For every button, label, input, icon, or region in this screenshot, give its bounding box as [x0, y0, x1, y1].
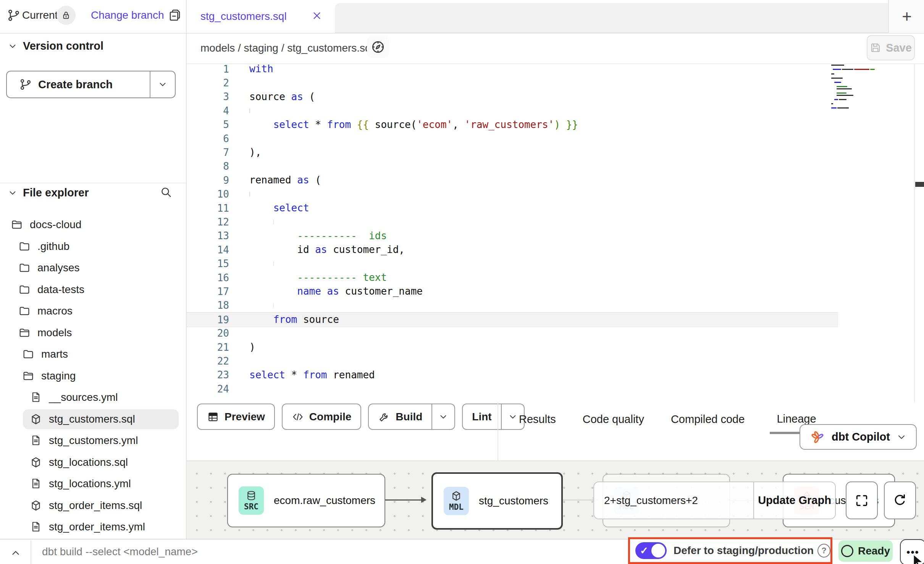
tree-item-label: stg_locations.sql	[49, 456, 128, 468]
create-branch-main[interactable]: Create branch	[7, 71, 150, 97]
copy-icon[interactable]	[168, 8, 182, 22]
tree-item--sources-yml[interactable]: __sources.yml	[0, 387, 186, 408]
code-line-9[interactable]: 9renamed as (	[187, 173, 838, 187]
code-line-14[interactable]: 14 id as customer_id,	[187, 243, 838, 257]
code-line-22[interactable]: 22	[187, 354, 838, 368]
tree-item-stg-customers-yml[interactable]: stg_customers.yml	[0, 430, 186, 451]
copilot-compass-icon[interactable]	[367, 36, 389, 58]
code-line-23[interactable]: 23select * from renamed	[187, 368, 838, 382]
code-line-7[interactable]: 7),	[187, 145, 838, 159]
tree-item-label: __sources.yml	[49, 391, 118, 404]
line-number: 19	[187, 314, 229, 326]
compile-button[interactable]: Compile	[282, 404, 361, 430]
tree-item-stg-customers-sql[interactable]: stg_customers.sql	[0, 408, 186, 430]
toggle-knob	[651, 544, 665, 558]
lock-icon	[61, 10, 71, 21]
code-line-17[interactable]: 17 name as customer_name	[187, 284, 838, 298]
tree-item-analyses[interactable]: analyses	[0, 257, 186, 279]
tree-item--github[interactable]: .github	[0, 236, 186, 257]
line-number: 6	[187, 133, 229, 144]
tree-item-label: docs-cloud	[30, 219, 81, 231]
create-branch-button[interactable]: Create branch	[6, 71, 176, 98]
lineage-node-source[interactable]: SRC ecom.raw_customers	[227, 474, 385, 527]
chevron-up-icon[interactable]	[10, 547, 21, 559]
refresh-icon[interactable]	[884, 481, 916, 519]
tab-compiled-code[interactable]: Compiled code	[669, 405, 746, 434]
build-button[interactable]: Build	[368, 404, 455, 430]
dbt-copilot-button[interactable]: dbt Copilot	[800, 424, 917, 450]
change-branch-link[interactable]: Change branch	[91, 9, 164, 21]
code-line-4[interactable]: 4	[187, 104, 838, 118]
code-line-21[interactable]: 21)	[187, 340, 838, 354]
file-explorer-title: File explorer	[23, 186, 89, 199]
code-line-13[interactable]: 13 ---------- ids	[187, 229, 838, 243]
defer-toggle[interactable]: ✓	[635, 542, 667, 559]
tree-item-label: stg_customers.sql	[49, 413, 135, 425]
indent-guide	[273, 261, 274, 266]
code-line-1[interactable]: 1with	[187, 64, 838, 76]
tree-item-label: data-tests	[37, 284, 84, 296]
tree-item-data-tests[interactable]: data-tests	[0, 279, 186, 300]
lint-button[interactable]: Lint	[462, 404, 524, 430]
tab-code-quality[interactable]: Code quality	[581, 405, 646, 434]
tree-item-macros[interactable]: macros	[0, 300, 186, 322]
code-line-8[interactable]: 8	[187, 159, 838, 173]
lineage-node-stg-customers[interactable]: MDL stg_customers	[431, 472, 563, 530]
tree-item-stg-order-items-yml[interactable]: stg_order_items.yml	[0, 516, 186, 538]
tree-item-stg-locations-sql[interactable]: stg_locations.sql	[0, 452, 186, 473]
line-content: id as customer_id,	[249, 243, 405, 257]
code-line-18[interactable]: 18	[187, 298, 838, 313]
tree-item-stg-locations-yml[interactable]: stg_locations.yml	[0, 473, 186, 494]
file-explorer-header[interactable]: File explorer	[8, 186, 179, 199]
line-number: 2	[187, 77, 229, 89]
line-number: 8	[187, 160, 229, 172]
lineage-selector-input[interactable]: 2+stg_customers+2	[594, 482, 753, 519]
tree-item-stg-order-items-sql[interactable]: stg_order_items.sql	[0, 495, 186, 516]
wrench-icon	[378, 411, 390, 423]
version-control-header[interactable]: Version control	[8, 40, 103, 52]
code-line-12[interactable]: 12	[187, 215, 838, 229]
line-number: 13	[187, 230, 229, 241]
tree-item-marts[interactable]: marts	[0, 344, 186, 365]
tree-item-label: analyses	[37, 262, 80, 274]
command-input[interactable]: dbt build --select <model_name>	[42, 546, 198, 558]
line-content: renamed as (	[249, 173, 321, 187]
tree-item-models[interactable]: models	[0, 322, 186, 344]
lineage-canvas[interactable]: SRC ecom.raw_customers MDL stg_customers…	[187, 460, 924, 539]
preview-button[interactable]: Preview	[197, 404, 275, 430]
build-dropdown[interactable]	[431, 404, 454, 429]
line-number: 10	[187, 188, 229, 200]
help-icon[interactable]: ?	[817, 544, 830, 558]
model-cube-icon	[30, 413, 42, 425]
editor-scrollbar-thumb[interactable]	[915, 182, 924, 187]
tree-item-label: models	[37, 327, 72, 339]
code-line-20[interactable]: 20	[187, 326, 838, 340]
create-branch-dropdown[interactable]	[150, 71, 175, 97]
tree-item-docs-cloud[interactable]: docs-cloud	[0, 214, 186, 235]
tree-item-staging[interactable]: staging	[0, 365, 186, 387]
update-graph-button[interactable]: Update Graph	[753, 482, 835, 519]
code-line-11[interactable]: 11 select	[187, 201, 838, 215]
code-line-24[interactable]: 24	[187, 382, 838, 396]
code-line-15[interactable]: 15	[187, 257, 838, 271]
close-icon[interactable]	[311, 10, 323, 21]
save-button[interactable]: Save	[867, 35, 915, 60]
branch-icon	[19, 78, 32, 91]
code-editor[interactable]: 1with23source as (45 select * from {{ so…	[187, 64, 924, 402]
search-icon[interactable]	[160, 186, 173, 199]
tab-stg-customers-sql[interactable]: stg_customers.sql	[187, 0, 335, 33]
fullscreen-icon	[855, 493, 869, 508]
line-content: with	[249, 64, 273, 76]
fullscreen-button[interactable]	[846, 481, 878, 519]
code-line-5[interactable]: 5 select * from {{ source('ecom', 'raw_c…	[187, 118, 838, 132]
tab-results[interactable]: Results	[517, 405, 557, 434]
code-line-6[interactable]: 6	[187, 131, 838, 146]
code-line-19[interactable]: 19 from source	[187, 312, 838, 327]
code-line-16[interactable]: 16 ---------- text	[187, 271, 838, 285]
line-number: 23	[187, 369, 229, 381]
new-tab-button[interactable]: +	[888, 0, 924, 33]
chevron-down-icon	[8, 41, 18, 51]
code-line-2[interactable]: 2	[187, 76, 838, 90]
code-line-10[interactable]: 10	[187, 187, 838, 201]
code-line-3[interactable]: 3source as (	[187, 90, 838, 104]
